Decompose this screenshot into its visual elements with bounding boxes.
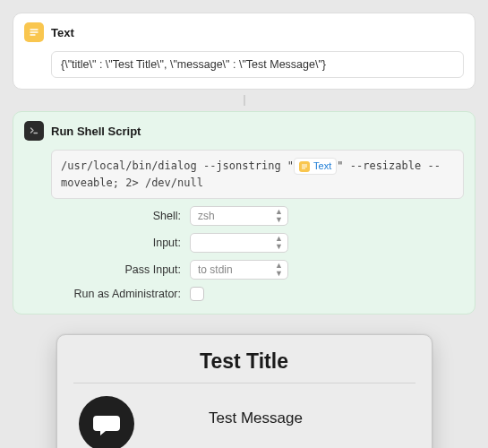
terminal-icon [24,121,44,141]
shell-script-input[interactable]: /usr/local/bin/dialog --jsonstring "Text… [51,150,464,199]
text-action-icon [24,22,44,42]
text-action-card: Text {\"title\" : \"Test Title\", \"mess… [13,13,475,90]
shell-select[interactable]: zsh ▲▼ [190,206,288,226]
dialog-title: Test Title [73,349,415,383]
shell-action-card: Run Shell Script /usr/local/bin/dialog -… [13,111,475,314]
passinput-value: to stdin [198,263,233,276]
passinput-row: Pass Input: to stdin ▲▼ [24,260,464,280]
shell-label: Shell: [24,210,181,222]
input-row: Input: ▲▼ [24,233,464,253]
dialog-body: Test Message [73,396,415,448]
connector-line [244,95,245,106]
speech-bubble-icon [79,396,134,448]
input-select[interactable]: ▲▼ [190,233,288,253]
text-variable-token[interactable]: Text [294,158,337,175]
shell-row: Shell: zsh ▲▼ [24,206,464,226]
dialog-message: Test Message [150,409,415,427]
text-action-header: Text [24,22,464,42]
admin-label: Run as Administrator: [24,288,181,300]
shell-value: zsh [198,210,215,222]
shell-action-header: Run Shell Script [24,121,464,141]
passinput-label: Pass Input: [24,263,181,276]
shell-action-title: Run Shell Script [51,125,141,138]
text-token-label: Text [313,159,331,174]
admin-row: Run as Administrator: [24,287,464,301]
text-action-value[interactable]: {\"title\" : \"Test Title\", \"message\"… [51,51,464,78]
admin-checkbox[interactable] [190,287,204,301]
dialog-window: Test Title Test Message OK [56,334,432,448]
updown-icon: ▲▼ [275,208,282,224]
updown-icon: ▲▼ [275,262,282,278]
text-token-icon [299,161,310,172]
input-label: Input: [24,237,181,249]
text-action-title: Text [51,26,74,39]
passinput-select[interactable]: to stdin ▲▼ [190,260,288,280]
script-text-pre: /usr/local/bin/dialog --jsonstring " [61,159,294,172]
updown-icon: ▲▼ [275,235,282,251]
